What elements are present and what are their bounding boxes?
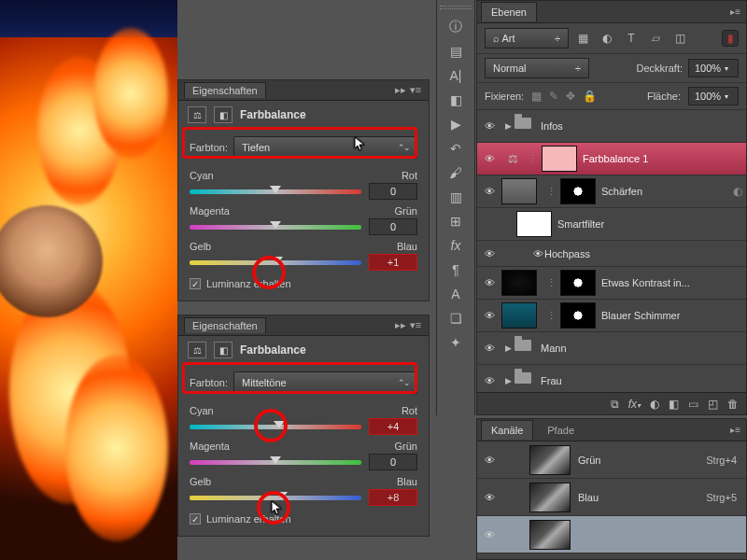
filter-toggle-icon[interactable]: ◐ <box>729 183 746 200</box>
slider-track[interactable] <box>190 260 361 265</box>
fx-panel-icon[interactable]: fx <box>441 233 471 258</box>
swatches-panel-icon[interactable]: ▤ <box>441 39 471 63</box>
opacity-field[interactable]: 100%▾ <box>688 59 739 77</box>
slider-value-field[interactable]: 0 <box>369 218 417 235</box>
slider-thumb[interactable] <box>270 186 281 193</box>
filter-eye-icon[interactable]: 👁 <box>531 248 544 259</box>
slider-thumb[interactable] <box>270 221 281 229</box>
layer-row[interactable]: 👁⋮Schärfen◐ <box>477 175 746 208</box>
layer-kind-select[interactable]: ⌕ Art ÷ <box>485 28 569 49</box>
panel-collapse-icon[interactable]: ▸▸ <box>393 319 408 331</box>
layer-row[interactable]: 👁▶Frau <box>477 365 746 392</box>
visibility-eye-icon[interactable]: 👁 <box>477 186 501 197</box>
filter-shape-icon[interactable]: ▱ <box>647 30 664 47</box>
layer-row[interactable]: 👁⋮Blauer Schimmer <box>477 300 746 332</box>
dock-grip[interactable] <box>440 6 472 9</box>
layer-mask-thumb[interactable] <box>560 270 596 296</box>
channel-row[interactable]: 👁 <box>477 516 746 553</box>
text-panel-icon[interactable]: A| <box>441 63 471 88</box>
layer-row[interactable]: 👁▶Mann <box>477 332 746 365</box>
link-layers-icon[interactable]: ⧉ <box>611 398 619 411</box>
slider-thumb[interactable] <box>274 421 285 428</box>
tab-properties[interactable]: Eigenschaften <box>184 317 266 333</box>
fill-field[interactable]: 100%▾ <box>688 87 739 105</box>
layer-name[interactable]: Blauer Schimmer <box>601 310 746 321</box>
channel-row[interactable]: 👁 Grün Strg+4 <box>477 441 746 479</box>
preserve-luminance-checkbox[interactable]: ✓ <box>190 278 201 289</box>
layer-row[interactable]: 👁▶Infos <box>477 110 746 143</box>
layer-row[interactable]: 👁⚖⋮Farbbalance 1 <box>477 143 746 175</box>
slider-value-field[interactable]: 0 <box>369 183 417 200</box>
visibility-eye-icon[interactable]: 👁 <box>477 455 501 466</box>
panel-menu-icon[interactable]: ▾≡ <box>408 84 423 96</box>
history-panel-icon[interactable]: ↶ <box>441 136 471 161</box>
slider-track[interactable] <box>190 496 361 500</box>
blend-mode-select[interactable]: Normal÷ <box>485 58 589 78</box>
slider-track[interactable] <box>190 225 361 230</box>
slider-track[interactable] <box>190 189 361 194</box>
panel-menu-icon[interactable]: ▾≡ <box>408 319 423 331</box>
layer-mask-thumb[interactable] <box>560 178 596 204</box>
channel-row[interactable]: 👁 Blau Strg+5 <box>477 479 746 516</box>
filter-type-icon[interactable]: T <box>623 30 640 47</box>
visibility-eye-icon[interactable]: 👁 <box>477 492 501 503</box>
filter-toggle-icon[interactable]: ▮ <box>722 30 739 47</box>
visibility-eye-icon[interactable]: 👁 <box>477 248 501 259</box>
visibility-eye-icon[interactable]: 👁 <box>477 277 501 288</box>
slider-thumb[interactable] <box>276 492 288 499</box>
panel-menu-icon[interactable]: ▸≡ <box>725 7 746 17</box>
document-canvas[interactable] <box>0 0 177 560</box>
layer-row[interactable]: 👁⋮Etwas Kontrast in... <box>477 267 746 300</box>
filter-smart-icon[interactable]: ◫ <box>671 30 688 47</box>
visibility-eye-icon[interactable]: 👁 <box>477 529 501 540</box>
layer-thumb[interactable] <box>501 178 537 204</box>
lock-transparent-icon[interactable]: ▦ <box>531 90 542 103</box>
visibility-eye-icon[interactable]: 👁 <box>477 310 501 321</box>
filter-adjust-icon[interactable]: ◐ <box>599 30 615 47</box>
layer-row[interactable]: 👁👁Hochpass <box>477 241 746 267</box>
layer-name[interactable]: Schärfen <box>601 186 729 197</box>
3d-panel-icon[interactable]: ✦ <box>441 330 471 355</box>
disclosure-triangle-icon[interactable]: ▶ <box>501 343 514 353</box>
layer-name[interactable]: Frau <box>541 375 746 386</box>
visibility-eye-icon[interactable]: 👁 <box>477 153 501 164</box>
layer-row[interactable]: Smartfilter <box>477 208 746 241</box>
char-panel-icon[interactable]: A <box>441 282 471 306</box>
lock-all-icon[interactable]: 🔒 <box>583 90 597 103</box>
slider-track[interactable] <box>190 425 361 429</box>
slider-value-field[interactable]: 0 <box>369 454 417 470</box>
layer-name[interactable]: Infos <box>541 120 746 132</box>
pattern-panel-icon[interactable]: ⊞ <box>441 209 471 233</box>
visibility-eye-icon[interactable]: 👁 <box>477 343 501 354</box>
layer-fx-icon[interactable]: fx▾ <box>628 398 641 411</box>
preserve-luminance-checkbox[interactable]: ✓ <box>190 513 201 525</box>
filter-mask-thumb[interactable] <box>516 211 552 237</box>
lock-position-icon[interactable]: ✥ <box>566 90 575 103</box>
brush-panel-icon[interactable]: 🖌 <box>441 161 471 185</box>
tab-paths[interactable]: Pfade <box>537 420 585 440</box>
layer-name[interactable]: Etwas Kontrast in... <box>601 277 746 288</box>
disclosure-triangle-icon[interactable]: ▶ <box>501 121 514 131</box>
layer-name[interactable]: Hochpass <box>544 248 746 259</box>
layer-name[interactable]: Smartfilter <box>557 218 746 230</box>
slider-value-field[interactable]: +4 <box>369 418 417 435</box>
slider-thumb[interactable] <box>272 257 283 264</box>
slider-value-field[interactable]: +8 <box>369 489 417 506</box>
tab-properties[interactable]: Eigenschaften <box>184 82 266 98</box>
visibility-eye-icon[interactable]: 👁 <box>477 120 501 132</box>
tab-channels[interactable]: Kanäle <box>481 420 533 440</box>
slider-track[interactable] <box>190 460 361 465</box>
new-adjustment-icon[interactable]: ◧ <box>669 398 679 411</box>
new-layer-icon[interactable]: ◰ <box>708 398 718 411</box>
layer-thumb[interactable] <box>501 302 537 329</box>
filter-pixel-icon[interactable]: ▦ <box>574 30 591 47</box>
play-panel-icon[interactable]: ▶ <box>441 112 471 136</box>
info-panel-icon[interactable]: ⓘ <box>441 15 471 39</box>
layer-mask-thumb[interactable] <box>542 146 577 172</box>
disclosure-triangle-icon[interactable]: ▶ <box>501 376 514 385</box>
mask-panel-icon[interactable]: ◧ <box>441 88 471 112</box>
lock-pixels-icon[interactable]: ✎ <box>549 90 558 103</box>
panel-collapse-icon[interactable]: ▸▸ <box>393 84 408 96</box>
slider-value-field[interactable]: +1 <box>369 254 417 271</box>
delete-layer-icon[interactable]: 🗑 <box>727 398 739 411</box>
